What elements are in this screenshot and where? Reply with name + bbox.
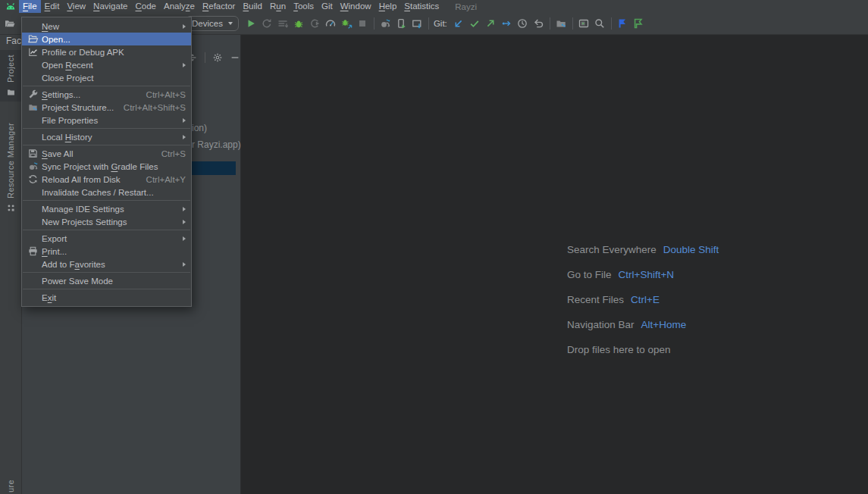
menubar-item-run[interactable]: Run xyxy=(266,0,290,13)
menu-item-label: Profile or Debug APK xyxy=(42,48,124,57)
hide-panel-icon[interactable] xyxy=(230,52,240,63)
menubar-item-edit[interactable]: Edit xyxy=(41,0,64,13)
rollback-icon[interactable] xyxy=(531,13,547,34)
stop-icon xyxy=(355,13,371,34)
window-title: Rayzi xyxy=(455,2,477,11)
empty-icon-slot xyxy=(27,203,39,215)
menu-item-project-structure[interactable]: Project Structure... Ctrl+Alt+Shift+S xyxy=(22,101,191,114)
menu-item-label: Project Structure... xyxy=(42,103,114,112)
menu-item-file-properties[interactable]: File Properties xyxy=(22,114,191,127)
menu-separator xyxy=(23,289,190,289)
menu-item-local-history[interactable]: Local History xyxy=(22,130,191,143)
menu-item-label: Save All xyxy=(42,149,74,158)
git-section-label: Git: xyxy=(434,19,447,28)
menu-item-new-projects-settings[interactable]: New Projects Settings xyxy=(22,215,191,228)
menu-item-label: Invalidate Caches / Restart... xyxy=(42,188,154,197)
empty-icon-slot xyxy=(27,186,39,199)
device-manager-icon[interactable] xyxy=(393,13,409,34)
menu-item-print[interactable]: Print... xyxy=(22,245,191,258)
git-push-icon[interactable] xyxy=(483,13,499,34)
project-folder-icon[interactable] xyxy=(553,13,569,34)
menu-bar: File Edit View Navigate Code Analyze Ref… xyxy=(0,0,868,13)
menubar-item-code[interactable]: Code xyxy=(132,0,161,13)
menu-item-sync-project-with-gradle-files[interactable]: Sync Project with Gradle Files xyxy=(22,160,191,173)
devices-dropdown[interactable]: Devices xyxy=(186,16,239,31)
menu-item-settings[interactable]: Settings... Ctrl+Alt+S xyxy=(22,88,191,101)
menubar-item-git[interactable]: Git xyxy=(318,0,337,13)
menu-item-add-to-favorites[interactable]: Add to Favorites xyxy=(22,258,191,270)
sidebar-tab-project-label: Project xyxy=(6,55,15,83)
git-cherry-pick-icon[interactable] xyxy=(499,13,515,34)
run-icon[interactable] xyxy=(243,13,259,34)
printer-icon xyxy=(27,245,39,258)
menu-item-label: Print... xyxy=(42,247,67,256)
profile-apk-icon xyxy=(27,46,39,58)
hint-drop-files: Drop files here to open xyxy=(567,344,719,355)
menubar-item-view[interactable]: View xyxy=(63,0,89,13)
toolbar-separator xyxy=(428,17,429,30)
hint-label: Recent Files xyxy=(567,294,624,305)
empty-icon-slot xyxy=(27,72,39,84)
hint-go-to-file: Go to FileCtrl+Shift+N xyxy=(567,269,719,280)
menu-item-open-recent[interactable]: Open Recent xyxy=(22,58,191,71)
menu-item-label: File Properties xyxy=(42,116,98,125)
menubar-item-tools[interactable]: Tools xyxy=(290,0,318,13)
menubar-item-file[interactable]: File xyxy=(19,0,41,13)
menu-item-export[interactable]: Export xyxy=(22,232,191,245)
menu-item-label: Local History xyxy=(42,133,92,142)
sidebar-tab-project[interactable]: Project xyxy=(0,50,21,102)
empty-icon-slot xyxy=(27,20,39,33)
menubar-item-refactor[interactable]: Refactor xyxy=(199,0,239,13)
menu-item-manage-ide-settings[interactable]: Manage IDE Settings xyxy=(22,202,191,215)
sdk-manager-icon[interactable] xyxy=(409,13,425,34)
menu-item-exit[interactable]: Exit xyxy=(22,291,191,304)
debug-icon[interactable] xyxy=(291,13,307,34)
hint-navigation-bar: Navigation BarAlt+Home xyxy=(567,319,719,330)
menu-separator xyxy=(23,145,190,145)
run-anything-icon[interactable] xyxy=(576,13,592,34)
chevron-down-icon xyxy=(228,22,233,25)
menubar-item-build[interactable]: Build xyxy=(239,0,266,13)
search-icon[interactable] xyxy=(592,13,608,34)
menu-item-new[interactable]: New xyxy=(22,20,191,33)
menubar-item-statistics[interactable]: Statistics xyxy=(400,0,443,13)
menu-item-close-project[interactable]: Close Project xyxy=(22,71,191,84)
history-icon[interactable] xyxy=(515,13,531,34)
refresh-icon xyxy=(27,174,39,186)
toolbar-separator xyxy=(611,17,612,30)
profile-gauge-icon[interactable] xyxy=(323,13,339,34)
android-studio-logo-icon xyxy=(4,1,17,13)
menubar-item-help[interactable]: Help xyxy=(375,0,401,13)
menu-item-power-save-mode[interactable]: Power Save Mode xyxy=(22,274,191,287)
project-tab-icon xyxy=(6,87,16,97)
menu-item-invalidate-caches-restart[interactable]: Invalidate Caches / Restart... xyxy=(22,186,191,199)
menu-item-reload-all-from-disk[interactable]: Reload All from Disk Ctrl+Alt+Y xyxy=(22,173,191,186)
git-commit-icon[interactable] xyxy=(467,13,483,34)
empty-icon-slot xyxy=(27,258,39,270)
submenu-arrow-icon xyxy=(183,207,186,211)
wrench-icon xyxy=(27,89,39,101)
sidebar-tab-resource-manager[interactable]: Resource Manager xyxy=(0,118,21,217)
plugin-green-flag-icon[interactable] xyxy=(631,13,647,34)
plugin-blue-flag-icon[interactable] xyxy=(615,13,631,34)
menu-item-save-all[interactable]: Save All Ctrl+S xyxy=(22,147,191,160)
menu-item-label: Open Recent xyxy=(42,61,93,70)
editor-shortcut-hints: Search EverywhereDouble Shift Go to File… xyxy=(567,244,719,369)
menubar-item-analyze[interactable]: Analyze xyxy=(160,0,199,13)
menubar-item-navigate[interactable]: Navigate xyxy=(89,0,131,13)
git-update-icon[interactable] xyxy=(451,13,467,34)
gear-icon[interactable] xyxy=(212,52,223,63)
sidebar-tab-structure-partial[interactable]: ure xyxy=(0,480,21,492)
submenu-arrow-icon xyxy=(183,135,186,139)
menu-item-profile-or-debug-apk[interactable]: Profile or Debug APK xyxy=(22,45,191,58)
empty-icon-slot xyxy=(27,59,39,71)
menu-item-label: Reload All from Disk xyxy=(42,175,121,184)
attach-debugger-icon[interactable] xyxy=(339,13,355,34)
menu-item-label: Settings... xyxy=(42,90,80,99)
hint-search-everywhere: Search EverywhereDouble Shift xyxy=(567,244,719,255)
gradle-sync-icon[interactable] xyxy=(378,13,393,34)
menu-item-shortcut: Ctrl+Alt+Y xyxy=(146,175,186,184)
open-folder-icon[interactable] xyxy=(4,17,16,30)
menubar-item-window[interactable]: Window xyxy=(337,0,375,13)
menu-item-open[interactable]: Open... xyxy=(22,33,191,45)
